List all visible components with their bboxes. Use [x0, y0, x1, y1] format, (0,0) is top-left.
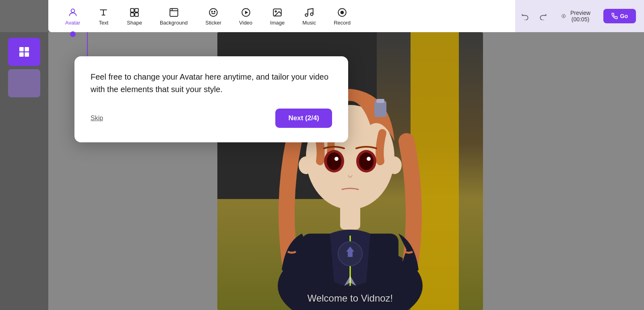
background-icon — [168, 7, 180, 18]
watermark-text: Welcome to Vidnoz! — [308, 293, 393, 304]
toolbar-item-record[interactable]: Record — [325, 3, 359, 30]
music-label: Music — [302, 20, 316, 26]
svg-point-40 — [387, 156, 402, 174]
svg-point-39 — [299, 156, 313, 174]
toolbar-item-text[interactable]: Text — [89, 3, 118, 30]
avatar-indicator — [70, 31, 76, 37]
svg-point-13 — [214, 11, 215, 12]
image-icon — [272, 7, 283, 18]
svg-point-18 — [305, 14, 308, 16]
svg-rect-7 — [135, 13, 138, 16]
sidebar-secondary-item — [8, 69, 40, 97]
toolbar-item-video[interactable]: Video — [230, 3, 261, 30]
svg-rect-26 — [19, 52, 24, 57]
avatar-icon — [67, 7, 78, 18]
svg-point-21 — [341, 10, 344, 14]
toolbar-item-shape[interactable]: Shape — [118, 3, 151, 30]
next-button[interactable]: Next (2/4) — [275, 109, 332, 128]
toolbar-item-background[interactable]: Background — [151, 3, 196, 30]
svg-point-35 — [327, 152, 341, 170]
sticker-icon — [208, 7, 219, 18]
tooltip-footer: Skip Next (2/4) — [91, 109, 332, 128]
undo-redo-group — [518, 9, 550, 23]
svg-rect-4 — [130, 8, 134, 12]
preview-button[interactable]: Preview (00:05) — [557, 6, 597, 26]
text-label: Text — [99, 20, 108, 26]
svg-rect-27 — [25, 52, 29, 57]
tooltip-popup: Feel free to change your Avatar here any… — [74, 56, 348, 142]
svg-rect-41 — [374, 101, 386, 117]
tooltip-body: Feel free to change your Avatar here any… — [91, 71, 332, 96]
toolbar-item-music[interactable]: Music — [293, 3, 325, 30]
video-icon — [240, 7, 252, 18]
svg-rect-5 — [135, 8, 138, 12]
svg-marker-15 — [245, 10, 248, 14]
preview-label: Preview (00:05) — [569, 10, 592, 23]
header-right: Preview (00:05) Go — [515, 0, 644, 32]
svg-rect-6 — [130, 13, 134, 16]
svg-rect-8 — [170, 8, 178, 16]
svg-point-11 — [209, 8, 217, 16]
background-label: Background — [160, 20, 188, 26]
record-label: Record — [334, 20, 351, 26]
shape-icon — [129, 7, 140, 18]
svg-point-38 — [367, 157, 371, 161]
music-icon — [303, 7, 315, 18]
video-label: Video — [239, 20, 252, 26]
svg-rect-24 — [19, 47, 24, 51]
redo-button[interactable] — [536, 9, 550, 23]
svg-point-0 — [71, 9, 74, 12]
svg-rect-25 — [25, 47, 29, 51]
text-icon — [98, 7, 109, 18]
svg-point-19 — [310, 13, 313, 16]
image-label: Image — [270, 20, 285, 26]
svg-point-12 — [212, 11, 213, 12]
toolbar-item-avatar[interactable]: Avatar — [56, 3, 89, 30]
toolbar-item-image[interactable]: Image — [261, 3, 293, 30]
go-button[interactable]: Go — [603, 9, 636, 23]
left-sidebar — [0, 32, 48, 310]
sticker-label: Sticker — [205, 20, 221, 26]
avatar-label: Avatar — [65, 20, 80, 26]
svg-marker-23 — [563, 15, 564, 17]
record-icon — [336, 7, 348, 18]
toolbar-item-sticker[interactable]: Sticker — [196, 3, 230, 30]
svg-rect-42 — [376, 99, 384, 103]
undo-button[interactable] — [518, 9, 533, 23]
vidnoz-logo — [342, 274, 358, 290]
svg-point-37 — [334, 157, 339, 161]
go-label: Go — [620, 13, 628, 19]
sidebar-panel-item[interactable] — [8, 38, 40, 66]
svg-point-17 — [275, 10, 277, 12]
shape-label: Shape — [127, 20, 142, 26]
avatar-pointer-line — [87, 32, 88, 56]
skip-button[interactable]: Skip — [91, 115, 103, 122]
toolbar-items: Avatar Text Shape — [56, 3, 359, 30]
svg-point-36 — [359, 152, 374, 170]
